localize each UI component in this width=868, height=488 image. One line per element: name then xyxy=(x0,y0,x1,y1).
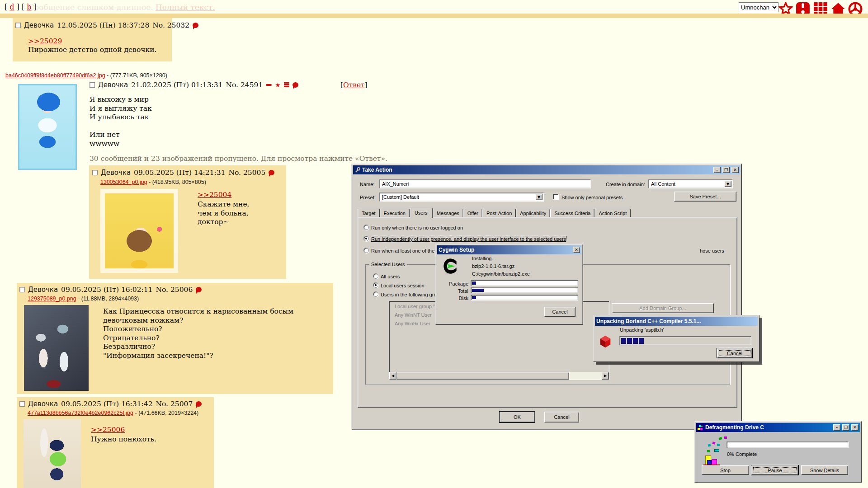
radio-no-user-logged[interactable] xyxy=(363,225,369,230)
file-link[interactable]: 129375089_p0.png xyxy=(28,296,76,302)
total-bar-label: Total xyxy=(436,288,468,294)
post-thumbnail[interactable] xyxy=(24,305,89,391)
minimize-button[interactable]: – xyxy=(713,167,721,173)
post-number[interactable]: No. 25032 xyxy=(152,21,189,29)
post-checkbox[interactable] xyxy=(15,23,21,28)
cancel-button[interactable]: Cancel xyxy=(544,412,579,422)
post-25006: Девочка 09.05.2025 (Пт) 16:02:11 No. 250… xyxy=(17,283,333,394)
reply-bubble-icon[interactable] xyxy=(292,82,298,88)
dropdown-arrow-icon[interactable]: ▼ xyxy=(724,181,731,187)
scrollbar-track[interactable] xyxy=(569,372,602,380)
disk-bar-label: Disk xyxy=(436,296,468,301)
progress-segments xyxy=(620,337,645,345)
post-ref-link[interactable]: >>25006 xyxy=(91,426,125,434)
ok-button[interactable]: OK xyxy=(500,412,535,422)
borland-titlebar[interactable]: Unpacking Borland C++ Compiler 5.5.1... xyxy=(595,317,758,326)
post-thumbnail[interactable] xyxy=(24,419,81,488)
cancel-button[interactable]: Cancel xyxy=(717,348,752,358)
stop-button[interactable]: Stop xyxy=(702,465,749,475)
reply-bubble-icon[interactable] xyxy=(196,287,202,292)
radio-local-users-session-label: Local users session xyxy=(381,283,425,288)
post-checkbox[interactable] xyxy=(92,170,98,175)
tab-users[interactable]: Users xyxy=(410,208,433,218)
personal-presets-checkbox[interactable] xyxy=(553,194,559,200)
tab-offer[interactable]: Offer xyxy=(463,209,482,218)
maximize-button[interactable]: ❐ xyxy=(842,424,849,431)
op-thumbnail[interactable] xyxy=(18,84,77,170)
take-action-titlebar[interactable]: Take Action – ❐ ✕ xyxy=(353,165,740,174)
post-checkbox[interactable] xyxy=(19,401,25,407)
post-number[interactable]: No. 25005 xyxy=(229,169,266,177)
radio-run-when-logged[interactable] xyxy=(363,248,369,253)
post-number[interactable]: No. 24591 xyxy=(226,81,263,89)
tab-success-criteria[interactable]: Success Criteria xyxy=(550,209,594,218)
reply-link[interactable]: Ответ xyxy=(343,81,365,89)
tab-execution[interactable]: Execution xyxy=(380,209,410,218)
minimize-button[interactable]: – xyxy=(833,424,840,431)
close-button[interactable]: ✕ xyxy=(573,247,580,253)
save-preset-button[interactable]: Save Preset... xyxy=(674,192,736,202)
radio-users-in-groups[interactable] xyxy=(373,291,378,297)
name-input[interactable]: AIX_Numeri xyxy=(379,179,591,188)
tab-messages[interactable]: Messages xyxy=(433,209,463,218)
unpacking-file-text: Unpacking 'asptlb.h' xyxy=(620,327,664,333)
post-text: Скажите мне, чем я больна, доктор~ xyxy=(198,200,250,227)
scrollbar-thumb[interactable] xyxy=(396,372,569,380)
dropdown-arrow-icon[interactable]: ▼ xyxy=(535,194,542,200)
pause-button[interactable]: Pause xyxy=(751,465,798,475)
radio-run-independently[interactable] xyxy=(363,236,369,241)
dialog-title: Take Action xyxy=(362,167,712,173)
post-checkbox[interactable] xyxy=(90,82,95,88)
board-nav-links: [ d ] [ b ] xyxy=(5,3,37,11)
defrag-animation-icon xyxy=(702,436,729,465)
file-link[interactable]: 477a113d8bb56a732f0e4b2e0962c25f.jpg xyxy=(28,410,133,416)
show-details-button[interactable]: Show Details xyxy=(801,465,848,475)
close-button[interactable]: ✕ xyxy=(851,424,859,431)
scroll-right-icon[interactable]: ▶ xyxy=(602,372,609,380)
op-file-link[interactable]: ba46c0409ff9f8d4eb80ff77490df6a2.jpg xyxy=(5,72,105,79)
domain-combobox[interactable]: All Content ▼ xyxy=(648,179,733,188)
tab-target[interactable]: Target xyxy=(358,209,380,218)
radio-run-independently-label: Run independently of user presence, and … xyxy=(371,236,566,242)
defrag-titlebar[interactable]: Defragmenting Drive C – ❐ ✕ xyxy=(696,423,860,432)
maximize-button[interactable]: ❐ xyxy=(722,167,730,173)
cygwin-titlebar[interactable]: Cygwin Setup ✕ xyxy=(437,245,581,254)
post-date: 21.02.2025 (Пт) 01:13:31 xyxy=(131,81,222,89)
hide-thread-icon[interactable] xyxy=(266,84,272,86)
omitted-posts-note: 30 сообщений и 23 изображений пропущено.… xyxy=(90,155,387,163)
board-link-b[interactable]: b xyxy=(27,3,31,11)
post-thumbnail[interactable] xyxy=(100,189,178,273)
file-info: 130053064_p0.jpg - (418.95KB, 805×805) xyxy=(100,179,206,185)
tab-post-action[interactable]: Post-Action xyxy=(482,209,516,218)
favorite-star-icon[interactable]: ★ xyxy=(275,82,281,88)
post-number[interactable]: No. 25007 xyxy=(156,400,193,408)
defrag-dialog: Defragmenting Drive C – ❐ ✕ 0% Complete … xyxy=(694,421,862,483)
radio-local-users-session[interactable] xyxy=(373,282,378,288)
reply-bubble-icon[interactable] xyxy=(269,170,274,175)
radio-all-users[interactable] xyxy=(373,273,378,279)
file-link[interactable]: 130053064_p0.jpg xyxy=(100,179,147,185)
poster-name: Девочка xyxy=(98,81,128,89)
post-text: Нужно понюхоть. xyxy=(91,435,156,444)
post-ref-link[interactable]: >>25029 xyxy=(28,37,62,45)
close-button[interactable]: ✕ xyxy=(731,167,739,173)
full-text-link[interactable]: Полный текст. xyxy=(156,3,215,12)
tab-applicability[interactable]: Applicability xyxy=(516,209,550,218)
post-ref-link[interactable]: >>25004 xyxy=(198,191,231,199)
take-action-title-icon xyxy=(354,167,360,173)
post-date: 09.05.2025 (Пт) 16:31:42 xyxy=(61,400,152,408)
post-text: Как Принцесска относится к нарисованным … xyxy=(103,307,293,360)
thread-menu-icon[interactable] xyxy=(284,82,289,84)
preset-combobox[interactable]: [Custom] Default ▼ xyxy=(379,192,544,202)
reply-bubble-icon[interactable] xyxy=(193,23,198,28)
cancel-button[interactable]: Cancel xyxy=(544,307,576,317)
scroll-left-icon[interactable]: ◀ xyxy=(389,372,396,380)
tab-action-script[interactable]: Action Script xyxy=(594,209,631,218)
post-checkbox[interactable] xyxy=(19,287,25,292)
board-link-d[interactable]: d xyxy=(9,3,14,11)
reply-bubble-icon[interactable] xyxy=(196,401,202,407)
package-progressbar xyxy=(471,280,578,286)
post-number[interactable]: No. 25006 xyxy=(156,286,193,294)
board-select[interactable]: Umnochan xyxy=(739,2,778,12)
horizontal-scrollbar[interactable]: ◀ ▶ xyxy=(389,372,609,380)
